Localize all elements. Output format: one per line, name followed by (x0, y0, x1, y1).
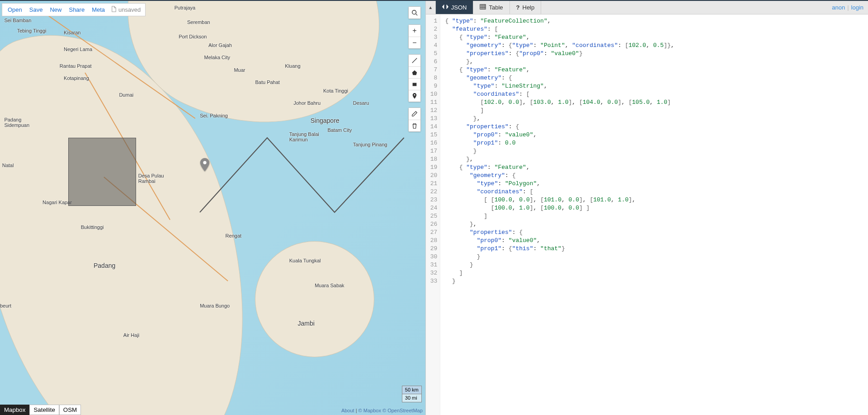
osm-link[interactable]: © OpenStreetMap (382, 408, 423, 413)
code-icon (442, 4, 448, 11)
auth-links: anon | login (827, 1, 868, 14)
code-editor[interactable]: 1234567891011121314151617181920212223242… (426, 14, 868, 415)
scale-km: 50 km (402, 386, 421, 394)
layer-mapbox[interactable]: Mapbox (0, 405, 29, 415)
help-icon: ? (516, 4, 520, 11)
tab-table[interactable]: Table (473, 1, 509, 14)
search-button[interactable] (409, 7, 420, 19)
tab-json[interactable]: JSON (436, 1, 474, 14)
city-label: Singapore (311, 117, 340, 124)
svg-point-6 (414, 94, 415, 95)
login-link[interactable]: login (851, 4, 863, 11)
line-gutter: 1234567891011121314151617181920212223242… (426, 14, 441, 415)
tab-json-label: JSON (451, 4, 467, 11)
separator: | (845, 4, 851, 11)
tab-table-label: Table (489, 4, 503, 11)
draw-polygon-button[interactable] (409, 66, 420, 78)
meta-link[interactable]: Meta (88, 5, 108, 14)
minus-icon: − (412, 39, 416, 47)
about-link[interactable]: About (341, 408, 354, 413)
geojson-point-marker[interactable] (200, 158, 210, 172)
geojson-linestring[interactable] (200, 138, 404, 212)
city-label: Desaru (353, 100, 369, 106)
layer-osm[interactable]: OSM (59, 405, 81, 415)
tab-help-label: Help (523, 4, 535, 11)
draw-line-button[interactable] (409, 55, 420, 66)
map-controls: + − (408, 6, 421, 132)
mapbox-link[interactable]: © Mapbox (359, 408, 381, 413)
plus-icon: + (412, 27, 416, 35)
code-content[interactable]: { "type": "FeatureCollection", "features… (440, 14, 679, 415)
svg-line-2 (415, 14, 417, 16)
draw-rectangle-button[interactable] (409, 78, 420, 90)
svg-marker-4 (412, 70, 417, 75)
collapse-handle[interactable]: ▲ (426, 1, 436, 14)
city-label: Tanjung Pinang (353, 142, 387, 147)
svg-rect-5 (412, 83, 416, 86)
editor-tabs: ▲ JSON Table ? Help anon | login (426, 1, 868, 14)
delete-button[interactable] (409, 120, 420, 131)
share-link[interactable]: Share (65, 5, 88, 14)
svg-line-3 (412, 58, 417, 63)
svg-point-0 (203, 161, 207, 164)
file-status: unsaved (108, 5, 143, 15)
scale-mi: 30 mi (402, 394, 421, 402)
save-link[interactable]: Save (26, 5, 47, 14)
city-label: Batam City (327, 127, 352, 133)
map-panel[interactable]: Putrajaya Seremban Port Dickson Alor Gaj… (0, 1, 425, 415)
city-label: Tebing Tinggi (17, 28, 47, 33)
map-canvas[interactable]: Putrajaya Seremban Port Dickson Alor Gaj… (0, 1, 425, 415)
scale-bar: 50 km 30 mi (402, 386, 422, 402)
tab-help[interactable]: ? Help (510, 1, 542, 14)
open-link[interactable]: Open (4, 5, 26, 14)
file-icon (111, 6, 117, 14)
svg-point-1 (412, 10, 416, 14)
city-label: Sei Bamban (4, 18, 31, 23)
new-link[interactable]: New (46, 5, 65, 14)
draw-marker-button[interactable] (409, 90, 420, 102)
table-icon (480, 4, 486, 11)
edit-button[interactable] (409, 108, 420, 120)
zoom-out-button[interactable]: − (409, 37, 420, 48)
file-status-text: unsaved (118, 6, 141, 13)
layer-satellite[interactable]: Satellite (29, 405, 59, 415)
anon-link[interactable]: anon (832, 4, 845, 11)
attribution: About | © Mapbox © OpenStreetMap (341, 408, 423, 413)
zoom-in-button[interactable]: + (409, 25, 420, 37)
landmass (255, 241, 374, 357)
file-toolbar: Open Save New Share Meta unsaved (2, 3, 146, 16)
city-label: Tanjung Balai Karimun (289, 131, 319, 142)
geojson-polygon[interactable] (68, 138, 137, 206)
editor-panel: ▲ JSON Table ? Help anon | login 1234567… (425, 1, 868, 415)
layer-switch: Mapbox Satellite OSM (0, 405, 81, 415)
svg-rect-7 (480, 5, 486, 9)
